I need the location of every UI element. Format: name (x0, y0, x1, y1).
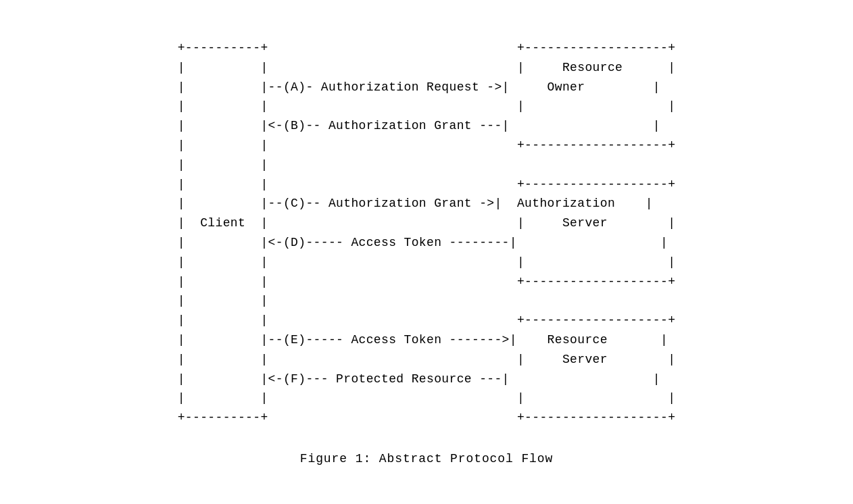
diagram-area: +----------+ +-------------------+ | | |… (122, 39, 731, 465)
ascii-diagram: +----------+ +-------------------+ | | |… (178, 39, 676, 428)
page-container: +----------+ +-------------------+ | | |… (0, 11, 853, 493)
figure-caption: Figure 1: Abstract Protocol Flow (300, 452, 553, 465)
